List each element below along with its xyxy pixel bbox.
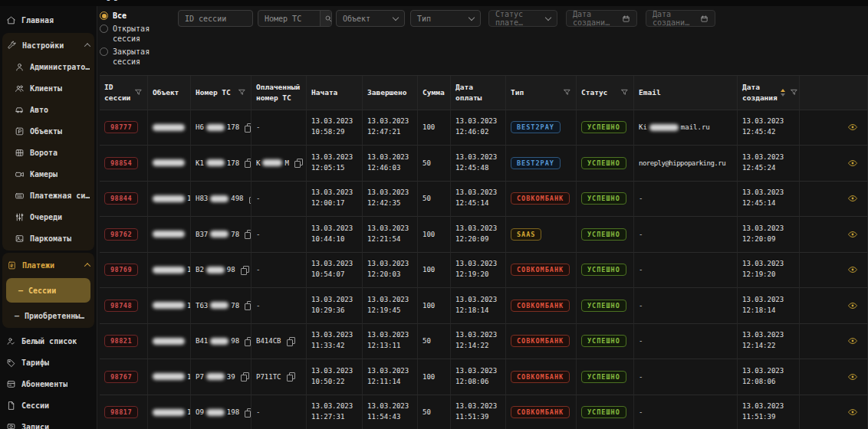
column-header-plate[interactable]: Номер ТС xyxy=(191,76,252,110)
view-session-eye-icon[interactable] xyxy=(847,229,858,240)
sort-toggle[interactable] xyxy=(781,89,785,97)
session-id-input[interactable] xyxy=(185,15,246,23)
sidebar-item-сессии[interactable]: —Сессии xyxy=(6,278,90,303)
radio-icon[interactable] xyxy=(100,25,108,33)
table-header-row: ID сессииОбъектНомер ТСОплаченный номер … xyxy=(100,75,868,110)
table-row[interactable]: 988171О9198-13.03.202311:27:3113.03.2023… xyxy=(100,395,868,429)
sidebar-item-записи[interactable]: Записи xyxy=(0,416,97,429)
payment-system-icon xyxy=(15,191,25,201)
sidebar-item-паркоматы[interactable]: Паркоматы xyxy=(2,228,94,249)
radio-icon[interactable] xyxy=(100,11,108,20)
redacted-blur xyxy=(153,159,185,166)
filter-funnel-icon[interactable] xyxy=(563,88,571,97)
cell-object xyxy=(148,216,191,252)
view-session-eye-icon[interactable] xyxy=(847,336,858,346)
copy-icon[interactable] xyxy=(294,159,302,167)
sort-desc-icon xyxy=(781,93,785,97)
filter-funnel-icon[interactable] xyxy=(620,88,629,97)
cell-type: СОВКОМБАНК xyxy=(506,252,577,288)
view-session-eye-icon[interactable] xyxy=(847,372,858,382)
sidebar-item-label: Сессии xyxy=(21,401,49,410)
copy-icon[interactable] xyxy=(241,266,248,274)
sidebar-item-настройки[interactable]: Настройки xyxy=(2,34,94,56)
cell-actions xyxy=(800,216,868,252)
plate-suffix: 498 xyxy=(231,195,243,202)
column-header-status[interactable]: Статус xyxy=(577,76,634,110)
filter-funnel-icon[interactable] xyxy=(790,88,798,97)
sidebar-item-платежная-си-[interactable]: Платежная си… xyxy=(2,185,94,206)
cell-type: BEST2PAY xyxy=(506,145,577,181)
table-row[interactable]: 987481Т6378-13.03.202310:29:3613.03.2023… xyxy=(100,287,868,323)
copy-icon[interactable] xyxy=(241,372,248,381)
copy-icon[interactable] xyxy=(245,123,252,132)
type-select[interactable]: Тип xyxy=(410,10,481,27)
sidebar-item-администрато-[interactable]: Администрато… xyxy=(2,56,94,77)
sidebar-item-главная[interactable]: Главная xyxy=(0,9,97,31)
sidebar-item-белый-список[interactable]: Белый список xyxy=(0,330,97,352)
cell-started: 13.03.202312:00:17 xyxy=(307,181,363,217)
sidebar-item-ворота[interactable]: Ворота xyxy=(2,142,94,163)
copy-icon[interactable] xyxy=(287,372,294,381)
gates-icon xyxy=(15,148,25,158)
sidebar-item-тарифы[interactable]: Тарифы xyxy=(0,352,97,373)
cell-pay: 13.03.202312:46:02 xyxy=(451,110,506,146)
view-session-eye-icon[interactable] xyxy=(847,300,858,311)
column-header-type[interactable]: Тип xyxy=(506,76,577,110)
filter-funnel-icon[interactable] xyxy=(238,88,246,97)
sidebar-item-сессии[interactable]: Сессии xyxy=(0,395,97,416)
column-header-id[interactable]: ID сессии xyxy=(100,76,148,110)
copy-icon[interactable] xyxy=(245,230,252,238)
status-badge: УСПЕШНО xyxy=(581,157,626,169)
table-row[interactable]: 98821В4198В414СВ13.03.202311:33:4213.03.… xyxy=(100,323,868,359)
radio-closed-session[interactable]: Закрытая сессия xyxy=(100,47,176,67)
table-row[interactable]: 98854К1178КМ13.03.202312:05:1513.03.2023… xyxy=(100,145,868,181)
view-session-eye-icon[interactable] xyxy=(847,193,858,204)
date-time: 13.03.202311:27:31 xyxy=(311,401,353,423)
radio-open-session[interactable]: Открытая сессия xyxy=(100,24,176,44)
table-row[interactable]: 987671Р739Р711ТС13.03.202310:50:2213.03.… xyxy=(100,359,868,395)
view-session-eye-icon[interactable] xyxy=(847,264,858,275)
sidebar-item-авто[interactable]: Авто xyxy=(2,99,94,120)
table-row[interactable]: 98777Н6178-13.03.202310:58:2913.03.20231… xyxy=(100,110,868,146)
filter-funnel-icon[interactable] xyxy=(134,88,143,97)
sidebar-item-абонементы[interactable]: Абонементы xyxy=(0,373,97,395)
column-header-started: Начата xyxy=(307,76,363,110)
table-row[interactable]: 98762В3778-13.03.202310:44:1013.03.20231… xyxy=(100,216,868,252)
copy-icon[interactable] xyxy=(245,337,252,345)
column-header-object: Объект xyxy=(148,76,191,110)
object-select[interactable]: Объект xyxy=(336,10,405,27)
cell-amount: 50 xyxy=(418,323,451,359)
redacted-blur xyxy=(153,124,185,131)
cell-email: - xyxy=(634,181,738,217)
amount-value: 50 xyxy=(422,337,431,345)
date-time: 13.03.202310:44:10 xyxy=(311,224,353,245)
copy-icon[interactable] xyxy=(245,408,252,417)
copy-icon[interactable] xyxy=(245,301,252,309)
view-session-eye-icon[interactable] xyxy=(847,407,858,418)
sidebar-item-платежи[interactable]: Платежи xyxy=(2,254,94,276)
sidebar-item-клиенты[interactable]: Клиенты xyxy=(2,77,94,99)
sidebar-item-приобретенны-[interactable]: —Приобретенны… xyxy=(2,305,94,326)
copy-icon[interactable] xyxy=(245,159,252,167)
date-created-from-picker[interactable]: Дата создани… xyxy=(566,10,637,27)
date-created-to-picker[interactable]: Дата создани… xyxy=(646,10,715,27)
radio-icon[interactable] xyxy=(100,47,108,56)
payment-status-select[interactable]: Статус плате… xyxy=(488,10,557,27)
view-session-eye-icon[interactable] xyxy=(847,158,858,169)
cell-paid: - xyxy=(252,181,307,217)
sidebar-item-камеры[interactable]: Камеры xyxy=(2,163,94,185)
copy-icon[interactable] xyxy=(287,337,294,345)
radio-all-sessions[interactable]: Все xyxy=(100,11,176,21)
sidebar-item-очереди[interactable]: Очереди xyxy=(2,206,94,228)
redacted-blur xyxy=(206,159,225,166)
chevron-down-icon xyxy=(393,14,399,20)
cell-plate: К1178 xyxy=(191,145,252,181)
view-session-eye-icon[interactable] xyxy=(847,122,858,133)
sidebar-item-объекты[interactable]: Объекты xyxy=(2,120,94,142)
table-row[interactable]: 988441Н83498-13.03.202312:00:1713.03.202… xyxy=(100,181,868,217)
cell-status: УСПЕШНО xyxy=(577,181,634,217)
vehicle-search-button[interactable] xyxy=(320,11,332,26)
vehicle-number-input[interactable] xyxy=(258,15,315,23)
table-row[interactable]: 987691В298-13.03.202310:54:0713.03.20231… xyxy=(100,252,868,288)
column-header-created[interactable]: Дата создания xyxy=(738,76,800,110)
